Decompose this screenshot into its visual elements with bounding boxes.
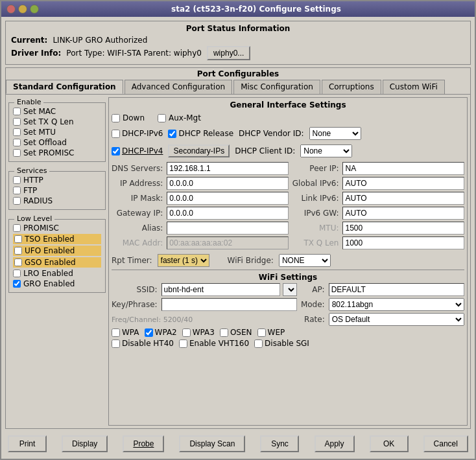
peer-ip-input[interactable] — [342, 162, 464, 175]
tab-misc-configuration[interactable]: Misc Configuration — [233, 80, 320, 94]
link-ipv6-input[interactable] — [342, 192, 464, 205]
http-checkbox[interactable] — [13, 176, 21, 184]
probe-button[interactable]: Probe — [123, 435, 164, 452]
ufo-enabled-checkbox[interactable] — [14, 247, 22, 255]
gateway-ip-input[interactable] — [167, 207, 289, 220]
driver-value: Port Type: WIFI-STA Parent: wiphy0 — [66, 49, 202, 58]
apply-button[interactable]: Apply — [315, 435, 355, 452]
set-tx-q-len-checkbox[interactable] — [13, 118, 21, 126]
ok-button[interactable]: OK — [370, 435, 409, 452]
enable-group: Enable Set MAC Set TX Q Len Set MTU — [8, 102, 106, 162]
display-scan-button[interactable]: Display Scan — [179, 435, 245, 452]
disable-sgi-checkbox[interactable] — [254, 339, 263, 348]
ip-mask-input[interactable] — [167, 192, 289, 205]
rpt-timer-select[interactable]: faster (1 s) — [158, 254, 209, 267]
current-value: LINK-UP GRO Authorized — [53, 36, 147, 45]
rate-select[interactable]: OS Default — [329, 313, 464, 326]
tab-standard-configuration[interactable]: Standard Configuration — [6, 80, 123, 94]
driver-row: Driver Info: Port Type: WIFI-STA Parent:… — [11, 46, 465, 60]
global-ipv6-input[interactable] — [342, 177, 464, 190]
osen-item: OSEN — [220, 328, 252, 337]
secondary-ips-button[interactable]: Secondary-IPs — [168, 144, 230, 157]
dhcp-client-id-select[interactable]: None — [300, 144, 352, 157]
http-label: HTTP — [23, 176, 43, 185]
gso-enabled-checkbox[interactable] — [14, 259, 22, 266]
list-item: PROMISC — [13, 224, 101, 233]
down-checkbox[interactable] — [112, 114, 120, 122]
window-controls — [6, 5, 39, 14]
set-mac-checkbox[interactable] — [13, 108, 21, 115]
ap-input[interactable] — [329, 283, 464, 296]
tab-advanced-configuration[interactable]: Advanced Configuration — [125, 80, 232, 94]
disable-ht40-label: Disable HT40 — [122, 339, 174, 348]
wpa3-checkbox[interactable] — [182, 328, 191, 337]
dhcp-vendor-id-select[interactable]: None — [309, 127, 361, 140]
aux-mgt-item: Aux-Mgt — [158, 113, 201, 122]
tso-enabled-checkbox[interactable] — [14, 235, 22, 243]
cancel-button[interactable]: Cancel — [423, 435, 468, 452]
sync-button[interactable]: Sync — [260, 435, 299, 452]
wpa-row: WPA WPA2 WPA3 — [112, 328, 464, 337]
mac-addr-input — [167, 236, 289, 249]
key-phrase-label: Key/Phrase: — [112, 300, 158, 309]
set-mtu-checkbox[interactable] — [13, 128, 21, 136]
gateway-ip-label: Gateway IP: — [112, 209, 163, 218]
gro-enabled-checkbox[interactable] — [13, 280, 21, 288]
dhcp-ipv6-checkbox[interactable] — [112, 130, 120, 138]
alias-input[interactable] — [167, 222, 289, 235]
wpa3-label: WPA3 — [193, 328, 215, 337]
mtu-input[interactable] — [342, 222, 464, 235]
lro-enabled-checkbox[interactable] — [13, 270, 21, 277]
down-item: Down — [112, 113, 145, 122]
enable-vht160-item: Enable VHT160 — [179, 339, 249, 348]
dhcp-ipv4-checkbox[interactable] — [112, 147, 120, 155]
osen-checkbox[interactable] — [220, 328, 228, 337]
tx-q-len-label: TX Q Len — [292, 238, 339, 247]
ufo-enabled-label: UFO Enabled — [25, 246, 75, 255]
ipv6-gw-input[interactable] — [342, 207, 464, 220]
dhcp-release-checkbox[interactable] — [168, 130, 176, 138]
enable-group-title: Enable — [14, 98, 43, 106]
dhcp-ipv4-label: DHCP-IPv4 — [122, 146, 163, 155]
close-button[interactable] — [6, 5, 16, 14]
key-phrase-input[interactable] — [161, 298, 297, 311]
main-content: Port Status Information Current: LINK-UP… — [1, 17, 475, 459]
dhcp-vendor-id-label: DHCP Vendor ID: — [239, 129, 304, 138]
ip-address-input[interactable] — [167, 177, 289, 190]
wpa2-checkbox[interactable] — [145, 328, 153, 337]
promisc-checkbox[interactable] — [13, 224, 21, 232]
enable-vht160-checkbox[interactable] — [179, 339, 187, 348]
dhcp-client-id-label: DHCP Client ID: — [235, 146, 295, 155]
set-offload-checkbox[interactable] — [13, 139, 21, 146]
tab-corruptions[interactable]: Corruptions — [322, 80, 381, 94]
wep-checkbox[interactable] — [257, 328, 266, 337]
tab-custom-wifi[interactable]: Custom WiFi — [383, 80, 445, 94]
wpa-checkbox[interactable] — [112, 328, 120, 337]
tx-q-len-input[interactable] — [342, 236, 464, 249]
low-level-group-title: Low Level — [14, 214, 54, 223]
dhcp-row1: DHCP-IPv6 DHCP Release DHCP Vendor ID: N… — [112, 127, 464, 140]
maximize-button[interactable] — [30, 5, 39, 14]
current-label: Current: — [11, 36, 47, 45]
general-interface-title: General Interface Settings — [112, 100, 464, 109]
ftp-checkbox[interactable] — [13, 187, 21, 194]
freq-channel-label: Freq/Channel: 5200/40 — [112, 316, 297, 324]
print-button[interactable]: Print — [8, 435, 47, 452]
aux-mgt-checkbox[interactable] — [158, 114, 166, 122]
display-button[interactable]: Display — [62, 435, 108, 452]
ht-row: Disable HT40 Enable VHT160 Disable SGI — [112, 339, 464, 348]
set-promisc-checkbox[interactable] — [13, 149, 21, 157]
mode-select[interactable]: 802.11abgn — [329, 298, 464, 311]
services-group: Services HTTP FTP RADIUS — [8, 171, 106, 210]
minimize-button[interactable] — [18, 5, 27, 14]
dhcp-ipv4-item: DHCP-IPv4 — [112, 146, 163, 155]
ssid-input[interactable] — [161, 283, 280, 296]
wifi-bridge-select[interactable]: NONE — [279, 254, 331, 267]
dns-servers-input[interactable] — [167, 162, 289, 175]
radius-checkbox[interactable] — [13, 197, 21, 205]
set-mac-label: Set MAC — [23, 107, 56, 116]
disable-ht40-checkbox[interactable] — [112, 339, 120, 348]
main-form-grid: DNS Servers: Peer IP: IP Address: Global… — [112, 162, 464, 249]
wiphy-button[interactable]: wiphy0... — [207, 46, 250, 60]
ssid-dropdown[interactable] — [283, 283, 297, 296]
